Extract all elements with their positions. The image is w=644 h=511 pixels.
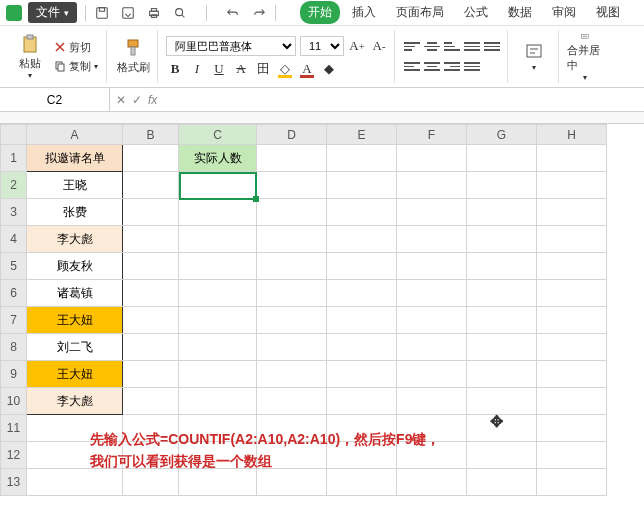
- paste-button[interactable]: 粘贴▾: [12, 32, 48, 82]
- wrap-text-button[interactable]: ▾: [516, 32, 552, 82]
- redo-icon[interactable]: [251, 5, 267, 21]
- save-as-icon[interactable]: [120, 5, 136, 21]
- ribbon: 粘贴▾ 剪切 复制▾ 格式刷 阿里巴巴普惠体 11 A+ A- B I U A: [0, 26, 644, 88]
- annotation-text: 先输入公式=COUNTIF(A2:A10,A2:A10)，然后按F9键， 我们可…: [90, 428, 440, 473]
- align-top-icon[interactable]: [403, 39, 421, 55]
- row-header-10[interactable]: 10: [1, 388, 27, 415]
- tab-view[interactable]: 视图: [588, 1, 628, 24]
- row-header-6[interactable]: 6: [1, 280, 27, 307]
- tab-formula[interactable]: 公式: [456, 1, 496, 24]
- fx-icon[interactable]: fx: [148, 93, 157, 107]
- selection-handle[interactable]: [253, 196, 259, 202]
- font-name-select[interactable]: 阿里巴巴普惠体: [166, 36, 296, 56]
- confirm-formula-icon[interactable]: ✓: [132, 93, 142, 107]
- col-header-G[interactable]: G: [467, 125, 537, 145]
- name-box[interactable]: C2: [0, 88, 110, 111]
- distribute-icon[interactable]: [463, 59, 481, 75]
- tab-start[interactable]: 开始: [300, 1, 340, 24]
- quick-access-toolbar: [94, 5, 267, 21]
- cell-A6[interactable]: 诸葛镇: [27, 280, 123, 307]
- cell-A8[interactable]: 刘二飞: [27, 334, 123, 361]
- align-right-icon[interactable]: [443, 59, 461, 75]
- cancel-formula-icon[interactable]: ✕: [116, 93, 126, 107]
- row-header-2[interactable]: 2: [1, 172, 27, 199]
- cell-C1[interactable]: 实际人数: [179, 145, 257, 172]
- row-header-4[interactable]: 4: [1, 226, 27, 253]
- cut-button[interactable]: 剪切: [52, 39, 100, 56]
- svg-rect-0: [97, 7, 108, 18]
- svg-point-6: [176, 8, 183, 15]
- strikethrough-button[interactable]: A: [232, 60, 250, 78]
- increase-font-icon[interactable]: A+: [348, 37, 366, 55]
- col-header-B[interactable]: B: [123, 125, 179, 145]
- formula-bar: C2 ✕ ✓ fx: [0, 88, 644, 112]
- row-header-8[interactable]: 8: [1, 334, 27, 361]
- cursor-icon: ✥: [490, 412, 503, 431]
- file-menu[interactable]: 文件▾: [28, 2, 77, 23]
- cell-A10[interactable]: 李大彪: [27, 388, 123, 415]
- tab-data[interactable]: 数据: [500, 1, 540, 24]
- row-header-5[interactable]: 5: [1, 253, 27, 280]
- border-button[interactable]: 田: [254, 60, 272, 78]
- app-icon: [6, 5, 22, 21]
- row-header-7[interactable]: 7: [1, 307, 27, 334]
- cell-A7[interactable]: 王大妞: [27, 307, 123, 334]
- fill-color-button[interactable]: ◇: [276, 60, 294, 78]
- cell-A3[interactable]: 张费: [27, 199, 123, 226]
- align-middle-icon[interactable]: [423, 39, 441, 55]
- indent-right-icon[interactable]: [483, 39, 501, 55]
- svg-rect-4: [151, 8, 156, 11]
- undo-icon[interactable]: [225, 5, 241, 21]
- cell-A1[interactable]: 拟邀请名单: [27, 145, 123, 172]
- formula-input[interactable]: [163, 93, 644, 107]
- svg-rect-13: [527, 45, 541, 57]
- format-painter-button[interactable]: 格式刷: [115, 32, 151, 82]
- clear-format-button[interactable]: ◆: [320, 60, 338, 78]
- row-header-1[interactable]: 1: [1, 145, 27, 172]
- col-header-F[interactable]: F: [397, 125, 467, 145]
- col-header-D[interactable]: D: [257, 125, 327, 145]
- col-header-H[interactable]: H: [537, 125, 607, 145]
- row-header-3[interactable]: 3: [1, 199, 27, 226]
- font-color-button[interactable]: A: [298, 60, 316, 78]
- row-header-9[interactable]: 9: [1, 361, 27, 388]
- underline-button[interactable]: U: [210, 60, 228, 78]
- tab-review[interactable]: 审阅: [544, 1, 584, 24]
- cell-A4[interactable]: 李大彪: [27, 226, 123, 253]
- cell-A2[interactable]: 王晓: [27, 172, 123, 199]
- col-header-A[interactable]: A: [27, 125, 123, 145]
- print-icon[interactable]: [146, 5, 162, 21]
- svg-rect-12: [131, 47, 135, 55]
- cell-C2[interactable]: [179, 172, 257, 199]
- italic-button[interactable]: I: [188, 60, 206, 78]
- ribbon-tabs: 开始 插入 页面布局 公式 数据 审阅 视图: [300, 1, 628, 24]
- decrease-font-icon[interactable]: A-: [370, 37, 388, 55]
- align-left-icon[interactable]: [403, 59, 421, 75]
- select-all-corner[interactable]: [1, 125, 27, 145]
- svg-rect-1: [99, 7, 104, 11]
- svg-rect-8: [27, 35, 33, 39]
- copy-button[interactable]: 复制▾: [52, 58, 100, 75]
- align-bottom-icon[interactable]: [443, 39, 461, 55]
- font-size-select[interactable]: 11: [300, 36, 344, 56]
- row-header-11[interactable]: 11: [1, 415, 27, 442]
- col-header-C[interactable]: C: [179, 125, 257, 145]
- align-center-icon[interactable]: [423, 59, 441, 75]
- cell-A5[interactable]: 顾友秋: [27, 253, 123, 280]
- indent-left-icon[interactable]: [463, 39, 481, 55]
- merge-center-button[interactable]: 合并居中▾: [567, 32, 603, 82]
- preview-icon[interactable]: [172, 5, 188, 21]
- svg-rect-10: [58, 64, 64, 71]
- tab-layout[interactable]: 页面布局: [388, 1, 452, 24]
- cell-A9[interactable]: 王大妞: [27, 361, 123, 388]
- col-header-E[interactable]: E: [327, 125, 397, 145]
- title-bar: 文件▾ 开始 插入 页面布局 公式 数据 审阅 视图: [0, 0, 644, 26]
- svg-rect-11: [128, 40, 138, 47]
- tab-insert[interactable]: 插入: [344, 1, 384, 24]
- save-icon[interactable]: [94, 5, 110, 21]
- row-header-12[interactable]: 12: [1, 442, 27, 469]
- row-header-13[interactable]: 13: [1, 469, 27, 496]
- bold-button[interactable]: B: [166, 60, 184, 78]
